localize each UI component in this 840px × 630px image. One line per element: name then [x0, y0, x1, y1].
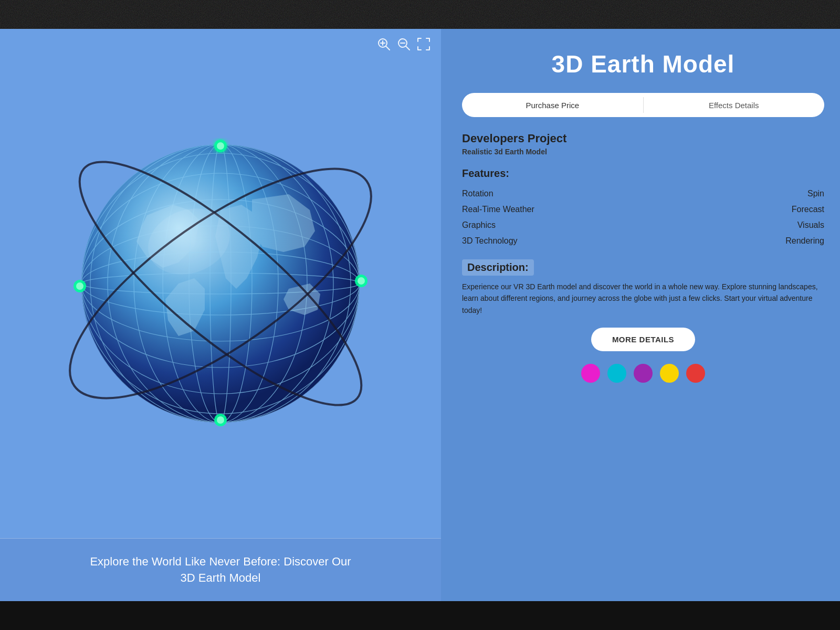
canvas-area [0, 29, 441, 538]
top-bar [0, 0, 840, 29]
feature-row-3d: 3D Technology Rendering [462, 233, 824, 249]
feature-name-3d: 3D Technology [462, 236, 518, 246]
color-dot-magenta[interactable] [581, 364, 600, 383]
svg-point-26 [217, 142, 224, 150]
caption-bar: Explore the World Like Never Before: Dis… [0, 538, 441, 601]
caption-line1: Explore the World Like Never Before: Dis… [90, 555, 351, 568]
section-subtitle: Realistic 3d Earth Model [462, 148, 824, 156]
tabs-container: Purchase Price Effects Details [462, 93, 824, 117]
feature-value-3d: Rendering [785, 236, 824, 246]
color-dots [462, 364, 824, 383]
feature-row-weather: Real-Time Weather Forecast [462, 202, 824, 217]
zoom-out-icon[interactable] [397, 37, 411, 54]
right-panel: 3D Earth Model Purchase Price Effects De… [441, 29, 840, 601]
main-content: Explore the World Like Never Before: Dis… [0, 29, 840, 601]
feature-value-weather: Forecast [792, 205, 824, 214]
feature-value-rotation: Spin [807, 189, 824, 198]
product-title: 3D Earth Model [462, 50, 824, 78]
tab-effects-details[interactable]: Effects Details [644, 93, 825, 117]
section-title: Developers Project [462, 132, 824, 145]
feature-name-graphics: Graphics [462, 220, 496, 230]
bottom-bar [0, 601, 840, 630]
svg-line-5 [406, 46, 410, 50]
features-label: Features: [462, 167, 824, 180]
feature-row-rotation: Rotation Spin [462, 186, 824, 202]
feature-name-weather: Real-Time Weather [462, 205, 534, 214]
description-text: Experience our VR 3D Earth model and dis… [462, 281, 824, 316]
feature-value-graphics: Visuals [797, 220, 824, 230]
svg-point-30 [76, 282, 83, 290]
color-dot-cyan[interactable] [607, 364, 626, 383]
svg-point-28 [217, 416, 224, 424]
feature-row-graphics: Graphics Visuals [462, 217, 824, 233]
fullscreen-icon[interactable] [417, 37, 430, 54]
description-label: Description: [462, 259, 534, 276]
color-dot-purple[interactable] [634, 364, 653, 383]
more-details-button[interactable]: MORE DETAILS [591, 328, 695, 351]
canvas-toolbar [377, 37, 430, 54]
svg-point-32 [358, 277, 365, 285]
zoom-in-icon[interactable] [377, 37, 391, 54]
features-table: Rotation Spin Real-Time Weather Forecast… [462, 186, 824, 249]
feature-name-rotation: Rotation [462, 189, 494, 198]
left-panel: Explore the World Like Never Before: Dis… [0, 29, 441, 601]
globe-container [68, 131, 373, 436]
svg-line-1 [386, 46, 390, 50]
caption-line2: 3D Earth Model [181, 571, 261, 584]
color-dot-yellow[interactable] [660, 364, 679, 383]
color-dot-red[interactable] [686, 364, 705, 383]
tab-purchase-price[interactable]: Purchase Price [462, 93, 643, 117]
